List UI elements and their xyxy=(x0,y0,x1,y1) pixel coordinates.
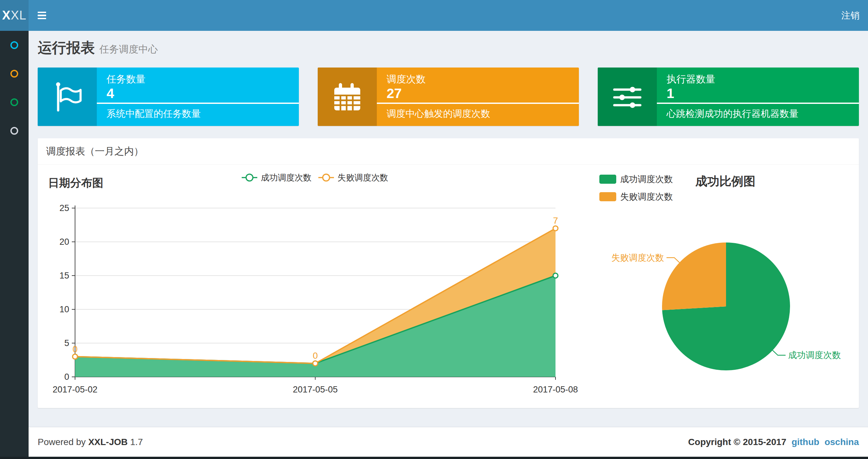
hamburger-icon xyxy=(38,12,46,13)
page-subtitle: 任务调度中心 xyxy=(99,44,158,55)
sliders-icon xyxy=(598,67,657,126)
svg-text:7: 7 xyxy=(553,216,558,226)
svg-text:成功比例图: 成功比例图 xyxy=(695,175,755,188)
sidebar-item-4[interactable] xyxy=(0,117,29,145)
sidebar-item-2[interactable] xyxy=(0,59,29,88)
stat-card-value: 1 xyxy=(666,86,674,101)
svg-text:失败调度次数: 失败调度次数 xyxy=(620,192,673,202)
top-navbar: XXL 注销 xyxy=(0,0,868,31)
hamburger-icon xyxy=(38,14,46,16)
svg-text:2017-05-02: 2017-05-02 xyxy=(53,385,97,394)
circle-outline-icon xyxy=(10,41,18,49)
content-header: 运行报表任务调度中心 xyxy=(38,31,859,67)
svg-text:20: 20 xyxy=(59,237,69,247)
app-window: XXL 注销 运行报表任务调度中心 xyxy=(0,0,868,459)
logo-text-light: XL xyxy=(11,8,26,23)
stat-card-value: 27 xyxy=(386,86,402,101)
flag-icon xyxy=(38,67,97,126)
circle-outline-icon xyxy=(10,98,18,106)
logout-link[interactable]: 注销 xyxy=(833,0,868,31)
navbar-spacer xyxy=(55,0,833,31)
stat-card-label: 执行器数量 xyxy=(666,73,715,86)
charts-canvas: 05101520252017-05-022017-05-052017-05-08… xyxy=(38,165,860,408)
svg-text:失败调度次数: 失败调度次数 xyxy=(611,253,664,263)
hamburger-icon xyxy=(38,18,46,20)
github-link[interactable]: github xyxy=(792,437,819,447)
svg-text:成功调度次数: 成功调度次数 xyxy=(620,174,673,184)
powered-by-text: Powered by XXL-JOB 1.7 xyxy=(38,437,143,447)
page-title: 运行报表 xyxy=(38,40,95,56)
svg-text:日期分布图: 日期分布图 xyxy=(48,176,103,189)
sidebar-toggle-button[interactable] xyxy=(29,0,55,31)
svg-text:2017-05-05: 2017-05-05 xyxy=(293,385,338,394)
stat-cards-row: 任务数量 4 系统中配置的任务数量 xyxy=(38,67,859,126)
svg-text:10: 10 xyxy=(59,304,69,314)
sidebar-item-1[interactable] xyxy=(0,31,29,59)
sidebar xyxy=(0,31,29,459)
svg-text:0: 0 xyxy=(313,351,318,361)
stat-card-description: 系统中配置的任务数量 xyxy=(106,104,296,123)
stat-card-triggers: 调度次数 27 调度中心触发的调度次数 xyxy=(318,67,579,126)
stat-card-description: 调度中心触发的调度次数 xyxy=(386,104,576,123)
stat-card-executors: 执行器数量 1 心跳检测成功的执行器机器数量 xyxy=(598,67,859,126)
product-name: XXL-JOB xyxy=(88,437,128,447)
calendar-icon xyxy=(318,67,377,126)
svg-text:25: 25 xyxy=(59,203,69,213)
circle-outline-icon xyxy=(10,70,18,77)
report-panel-body: 05101520252017-05-022017-05-052017-05-08… xyxy=(38,165,859,408)
stat-card-jobs: 任务数量 4 系统中配置的任务数量 xyxy=(38,67,299,126)
footer-right: Copyright © 2015-2017 github oschina xyxy=(688,437,859,447)
copyright-text: Copyright © 2015-2017 xyxy=(688,437,786,447)
svg-text:2017-05-08: 2017-05-08 xyxy=(533,385,578,394)
svg-text:5: 5 xyxy=(64,338,69,348)
stat-card-label: 调度次数 xyxy=(386,73,426,86)
oschina-link[interactable]: oschina xyxy=(825,437,859,447)
stat-card-value: 4 xyxy=(106,86,114,101)
svg-text:0: 0 xyxy=(64,372,69,382)
main-content: 运行报表任务调度中心 任务数量 4 系统中配置的任务数量 xyxy=(29,31,868,457)
svg-text:成功调度次数: 成功调度次数 xyxy=(788,350,841,360)
powered-by-prefix: Powered by xyxy=(38,437,86,447)
report-panel: 调度报表（一月之内） 05101520252017-05-022017-05-0… xyxy=(38,138,859,408)
svg-text:失败调度次数: 失败调度次数 xyxy=(338,173,388,183)
svg-text:成功调度次数: 成功调度次数 xyxy=(261,173,312,183)
report-panel-title: 调度报表（一月之内） xyxy=(38,138,859,165)
stat-card-label: 任务数量 xyxy=(106,73,146,86)
sidebar-item-3[interactable] xyxy=(0,88,29,117)
bottom-edge-strip xyxy=(0,457,868,459)
product-version: 1.7 xyxy=(130,437,143,447)
page-footer: Powered by XXL-JOB 1.7 Copyright © 2015-… xyxy=(29,427,868,457)
logo-text-bold: X xyxy=(2,8,11,23)
svg-text:15: 15 xyxy=(59,271,69,281)
stat-card-description: 心跳检测成功的执行器机器数量 xyxy=(666,104,856,123)
circle-outline-icon xyxy=(10,127,18,135)
logo[interactable]: XXL xyxy=(0,0,29,31)
svg-text:0: 0 xyxy=(72,344,78,354)
